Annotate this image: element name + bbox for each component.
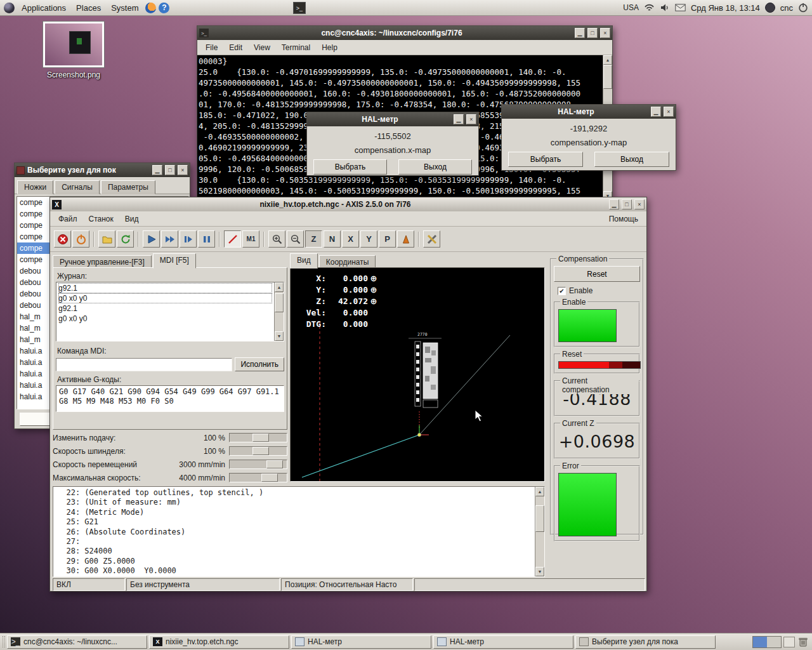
hal-meter-x-minimize-button[interactable]: ▁	[454, 114, 464, 124]
slider-handle[interactable]	[261, 474, 278, 482]
tab-mdi[interactable]: MDI [F5]	[153, 253, 196, 269]
axis-maximize-button[interactable]: □	[622, 199, 632, 209]
tab-preview[interactable]: Вид	[290, 253, 318, 269]
notification-applet[interactable]	[783, 637, 795, 647]
user-avatar-icon[interactable]	[765, 3, 775, 13]
hal-meter-y-minimize-button[interactable]: ▁	[651, 107, 661, 117]
panel-menu[interactable]: System	[107, 1, 143, 15]
hal-meter-y-exit-button[interactable]: Выход	[594, 152, 669, 167]
slider-handle[interactable]	[252, 447, 269, 455]
slider-handle[interactable]	[252, 434, 269, 442]
axis-menu-item[interactable]: Станок	[83, 213, 119, 225]
pause-button[interactable]	[198, 230, 215, 248]
reload-file-button[interactable]	[117, 230, 134, 248]
node-picker-close-button[interactable]: ×	[178, 165, 188, 175]
run-button[interactable]	[143, 230, 160, 248]
panel-menu[interactable]: Places	[72, 1, 105, 15]
journal-entry[interactable]: g0 x0 y0	[58, 314, 272, 324]
view-z-button[interactable]: Z	[305, 230, 322, 248]
node-picker-tab[interactable]: Сигналы	[55, 180, 100, 194]
skip-lines-toggle[interactable]	[224, 230, 241, 248]
slider-trough[interactable]	[229, 473, 287, 482]
rotate-view-button[interactable]	[397, 230, 414, 248]
terminal-menu-item[interactable]: View	[248, 41, 276, 54]
volume-icon[interactable]	[660, 3, 670, 12]
step-button[interactable]	[180, 230, 197, 248]
taskbar-item-axis[interactable]: X nixiie_hv.top.etch.ngc	[149, 635, 289, 649]
node-picker-minimize-button[interactable]: ▁	[152, 165, 162, 175]
view-x-button[interactable]: X	[342, 230, 359, 248]
terminal-menu-item[interactable]: File	[200, 41, 223, 54]
node-picker-tab[interactable]: Ножки	[17, 180, 53, 194]
terminal-menu-item[interactable]: Terminal	[276, 41, 316, 54]
slider-trough[interactable]	[229, 460, 287, 469]
preview-canvas[interactable]: 2770	[290, 267, 545, 482]
gcode-scroll-trough[interactable]	[535, 496, 544, 567]
mdi-command-input[interactable]	[56, 358, 232, 371]
desktop-file-screenshot[interactable]: Screenshot.png	[41, 21, 107, 79]
hal-meter-x-titlebar[interactable]: HAL-метр ▁ ×	[307, 112, 478, 126]
view-z-rotated-button[interactable]: N	[324, 230, 341, 248]
gcode-line[interactable]: 24: (Metric Mode)	[57, 508, 534, 517]
mdi-execute-button[interactable]: Исполнить	[235, 357, 284, 371]
keyboard-layout-indicator[interactable]: USA	[623, 3, 639, 12]
help-launcher-icon[interactable]: ?	[159, 3, 169, 13]
workspace-switcher[interactable]	[752, 636, 782, 648]
slider-handle[interactable]	[266, 460, 283, 468]
view-y-button[interactable]: Y	[360, 230, 377, 248]
slider-trough[interactable]	[229, 446, 287, 456]
taskbar-item-halmeter-x[interactable]: HAL-метр	[291, 635, 431, 649]
gcode-line[interactable]: 29: G00 Z5.0000	[57, 557, 534, 566]
hal-meter-x-close-button[interactable]: ×	[466, 114, 476, 124]
axis-menu-item[interactable]: Файл	[53, 213, 83, 225]
gcode-line[interactable]: 28: S24000	[57, 547, 534, 556]
user-name[interactable]: cnc	[780, 3, 793, 13]
gcode-line[interactable]: 26: (Absolute Coordinates)	[57, 527, 534, 537]
terminal-maximize-button[interactable]: □	[587, 28, 598, 38]
slider-trough[interactable]	[229, 433, 287, 442]
optional-stop-toggle[interactable]: M1	[242, 230, 259, 248]
hal-meter-x-exit-button[interactable]: Выход	[398, 159, 472, 175]
scroll-up-icon[interactable]: ▲	[275, 282, 284, 292]
terminal-scroll-thumb[interactable]	[603, 65, 612, 89]
axis-titlebar[interactable]: X nixiie_hv.top.etch.ngc - AXIS 2.5.0 on…	[50, 197, 646, 211]
clock[interactable]: Срд Янв 18, 13:14	[691, 3, 760, 13]
hal-meter-y-titlebar[interactable]: HAL-метр ▁ ×	[502, 105, 676, 119]
gcode-listing[interactable]: 22: (Generated top outlines, top stencil…	[53, 486, 545, 577]
axis-close-button[interactable]: ×	[634, 199, 645, 209]
firefox-launcher-icon[interactable]	[145, 3, 156, 13]
hal-meter-y-close-button[interactable]: ×	[664, 107, 674, 117]
gcode-line[interactable]: 23: (Unit of measure: mm)	[57, 498, 534, 507]
scroll-up-icon[interactable]: ▲	[603, 55, 612, 65]
terminal-titlebar[interactable]: >_ cnc@cnc4axis: ~/linuxcnc/configs/7i76…	[197, 26, 612, 40]
trash-icon[interactable]	[797, 635, 809, 648]
zoom-out-button[interactable]	[287, 230, 304, 248]
node-picker-maximize-button[interactable]: □	[165, 165, 175, 175]
taskbar-item-halmeter-y[interactable]: HAL-метр	[433, 635, 573, 649]
terminal-minimize-button[interactable]: ▁	[575, 28, 585, 38]
axis-menu-item[interactable]: Вид	[119, 213, 145, 225]
network-icon[interactable]	[644, 3, 655, 12]
shutdown-icon[interactable]	[798, 3, 808, 13]
gcode-line[interactable]: 30: G00 X0.0000 Y0.0000	[57, 566, 534, 576]
scroll-down-icon[interactable]: ▼	[275, 331, 284, 341]
panel-terminal-icon[interactable]: >_	[293, 2, 306, 14]
node-picker-tab[interactable]: Параметры	[101, 180, 155, 194]
mdi-journal[interactable]: g92.1g0 x0 y0g92.1g0 x0 y0 ▲ ▼	[56, 282, 284, 342]
hal-meter-y-select-button[interactable]: Выбрать	[508, 152, 583, 167]
panel-menu[interactable]: Applications	[17, 1, 70, 15]
hal-meter-x-select-button[interactable]: Выбрать	[313, 159, 387, 175]
axis-menu-help[interactable]: Помощь	[603, 213, 644, 225]
journal-entry[interactable]: g0 x0 y0	[58, 293, 272, 303]
zoom-in-button[interactable]	[268, 230, 285, 248]
taskbar-item-node-picker[interactable]: Выберите узел для пока	[575, 635, 716, 649]
gcode-scrollbar[interactable]: ▲ ▼	[535, 487, 544, 576]
compensation-reset-button[interactable]: Reset	[554, 266, 640, 282]
enable-checkbox[interactable]: ✔	[558, 287, 566, 295]
distro-menu-icon[interactable]	[4, 3, 15, 13]
open-file-button[interactable]	[98, 230, 115, 248]
scroll-down-icon[interactable]: ▼	[535, 567, 544, 576]
axis-minimize-button[interactable]: ▁	[609, 199, 619, 209]
terminal-menu-item[interactable]: Help	[316, 41, 343, 54]
gcode-line[interactable]: 27:	[57, 537, 534, 547]
